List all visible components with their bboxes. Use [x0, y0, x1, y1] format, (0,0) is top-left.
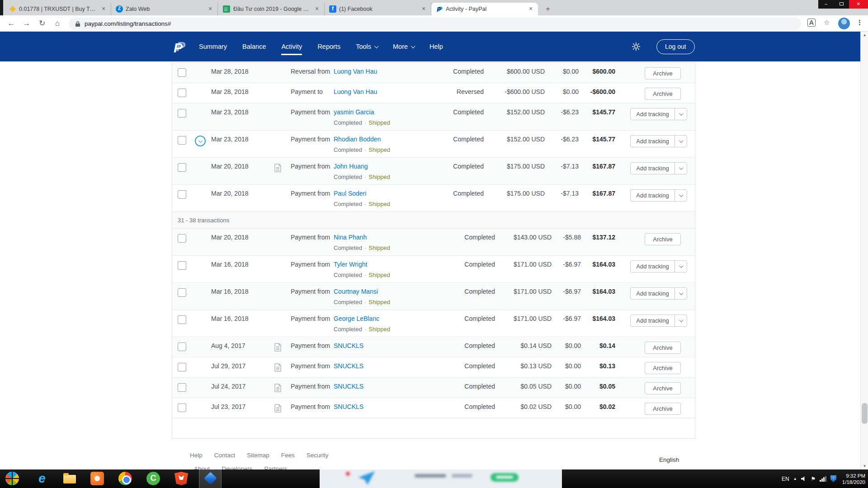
reload-button[interactable]: ↻ — [36, 18, 48, 29]
tracking-dropdown[interactable] — [675, 261, 687, 272]
media-app-icon[interactable] — [90, 472, 104, 485]
navbar-item-summary[interactable]: Summary — [199, 32, 227, 61]
tracking-dropdown[interactable] — [675, 190, 687, 201]
counterparty-link[interactable]: Nina Phanh — [334, 233, 367, 242]
counterparty-link[interactable]: yasmin Garcia — [334, 108, 374, 117]
add-tracking-button[interactable]: Add tracking — [630, 287, 687, 300]
row-checkbox[interactable] — [178, 234, 186, 243]
browser-tab[interactable]: Zalo Web × — [111, 3, 218, 15]
expand-icon[interactable] — [195, 136, 206, 146]
tab-close-icon[interactable]: × — [420, 5, 427, 13]
tracking-dropdown[interactable] — [675, 136, 687, 147]
counterparty-link[interactable]: Courtnay Mansi — [334, 287, 378, 296]
add-tracking-button[interactable]: Add tracking — [630, 189, 687, 202]
action-center-flag-icon[interactable]: ⚑ — [811, 476, 816, 482]
tracking-dropdown[interactable] — [675, 163, 687, 174]
row-checkbox[interactable] — [178, 288, 186, 297]
row-checkbox[interactable] — [178, 109, 186, 117]
counterparty-link[interactable]: SNUCKLS — [334, 362, 363, 371]
row-checkbox[interactable] — [178, 315, 186, 324]
row-checkbox[interactable] — [178, 163, 186, 172]
logout-button[interactable]: Log out — [656, 39, 695, 54]
archive-button[interactable]: Archive — [645, 382, 681, 394]
language-indicator[interactable]: EN — [782, 476, 789, 482]
file-explorer-icon[interactable] — [63, 475, 76, 483]
back-button[interactable]: ← — [5, 18, 17, 29]
footer-link-security[interactable]: Security — [307, 452, 329, 459]
browser-tab[interactable]: Activity - PayPal × — [431, 3, 538, 15]
chrome-icon[interactable] — [118, 472, 132, 485]
archive-button[interactable]: Archive — [645, 233, 681, 245]
taskbar-clock[interactable]: 9:32 PM 1/18/2020 — [842, 473, 865, 485]
profile-avatar[interactable] — [838, 18, 850, 29]
counterparty-link[interactable]: Tyler Wright — [334, 260, 367, 269]
add-tracking-button[interactable]: Add tracking — [630, 135, 687, 147]
bookmark-star-icon[interactable]: ☆ — [824, 19, 830, 27]
row-checkbox[interactable] — [178, 404, 186, 412]
translate-icon[interactable]: A — [807, 19, 816, 27]
counterparty-link[interactable]: SNUCKLS — [334, 382, 363, 391]
taskbar-preview-thumbnail[interactable] — [320, 469, 562, 488]
footer-link-sitemap[interactable]: Sitemap — [247, 452, 269, 459]
row-checkbox[interactable] — [178, 343, 186, 351]
add-tracking-button[interactable]: Add tracking — [630, 314, 687, 327]
add-tracking-button[interactable]: Add tracking — [630, 108, 687, 120]
close-button[interactable]: ✕ — [849, 0, 868, 9]
tab-close-icon[interactable]: × — [313, 5, 321, 13]
network-signal-icon[interactable] — [820, 476, 826, 482]
navbar-item-more[interactable]: More — [393, 32, 414, 61]
minimize-button[interactable]: – — [818, 0, 834, 9]
maximize-button[interactable] — [834, 0, 849, 9]
archive-button[interactable]: Archive — [645, 362, 681, 374]
brave-browser-icon[interactable] — [175, 472, 188, 485]
counterparty-link[interactable]: SNUCKLS — [334, 342, 363, 350]
tracking-dropdown[interactable] — [675, 108, 687, 120]
scroll-up-icon[interactable]: ▲ — [861, 33, 868, 37]
footer-link-help[interactable]: Help — [190, 452, 203, 459]
coccoc-browser-icon[interactable]: C — [146, 472, 160, 485]
scrollbar-thumb[interactable] — [862, 403, 868, 424]
start-button[interactable] — [5, 472, 19, 485]
tracking-dropdown[interactable] — [675, 315, 687, 326]
archive-button[interactable]: Archive — [645, 342, 681, 354]
row-checkbox[interactable] — [178, 261, 186, 270]
active-app-button[interactable] — [199, 469, 222, 488]
tab-close-icon[interactable]: × — [527, 5, 534, 13]
archive-button[interactable]: Archive — [645, 403, 681, 415]
tab-close-icon[interactable]: × — [100, 5, 107, 13]
scroll-down-icon[interactable]: ▼ — [861, 464, 868, 468]
security-shield-icon[interactable]: ↑ — [830, 475, 836, 482]
tab-close-icon[interactable]: × — [207, 5, 214, 13]
add-tracking-button[interactable]: Add tracking — [630, 260, 687, 272]
footer-link-contact[interactable]: Contact — [214, 452, 236, 459]
language-selector[interactable]: English — [659, 456, 679, 463]
counterparty-link[interactable]: John Huang — [334, 162, 368, 171]
counterparty-link[interactable]: SNUCKLS — [334, 403, 363, 411]
tracking-dropdown[interactable] — [675, 288, 687, 299]
counterparty-link[interactable]: George LeBlanc — [334, 314, 379, 323]
archive-button[interactable]: Archive — [645, 88, 681, 100]
internet-explorer-icon[interactable]: e — [35, 472, 49, 485]
navbar-item-reports[interactable]: Reports — [317, 32, 340, 61]
row-checkbox[interactable] — [178, 383, 186, 392]
navbar-item-activity[interactable]: Activity — [281, 32, 302, 61]
row-checkbox[interactable] — [178, 190, 186, 199]
navbar-item-tools[interactable]: Tools — [356, 32, 377, 61]
forward-button[interactable]: → — [21, 18, 33, 29]
row-checkbox[interactable] — [178, 89, 186, 97]
navbar-item-balance[interactable]: Balance — [242, 32, 266, 61]
row-checkbox[interactable] — [178, 136, 186, 145]
browser-tab[interactable]: Đầu Tư coin 2019 - Google Trang × — [218, 3, 325, 15]
add-tracking-button[interactable]: Add tracking — [630, 162, 687, 174]
home-button[interactable]: ⌂ — [52, 18, 63, 29]
browser-menu-icon[interactable]: ⋮ — [856, 19, 863, 27]
counterparty-link[interactable]: Rhodian Bodden — [334, 135, 381, 144]
page-scrollbar[interactable]: ▲ ▼ — [860, 32, 868, 469]
navbar-item-help[interactable]: Help — [429, 32, 443, 61]
settings-gear-icon[interactable] — [631, 42, 641, 53]
row-checkbox[interactable] — [178, 363, 186, 371]
browser-tab[interactable]: 0.01778 | TRXUSDT | Buy TRON | × — [5, 3, 111, 15]
volume-icon[interactable] — [801, 476, 807, 482]
row-checkbox[interactable] — [178, 68, 186, 77]
archive-button[interactable]: Archive — [645, 67, 681, 80]
